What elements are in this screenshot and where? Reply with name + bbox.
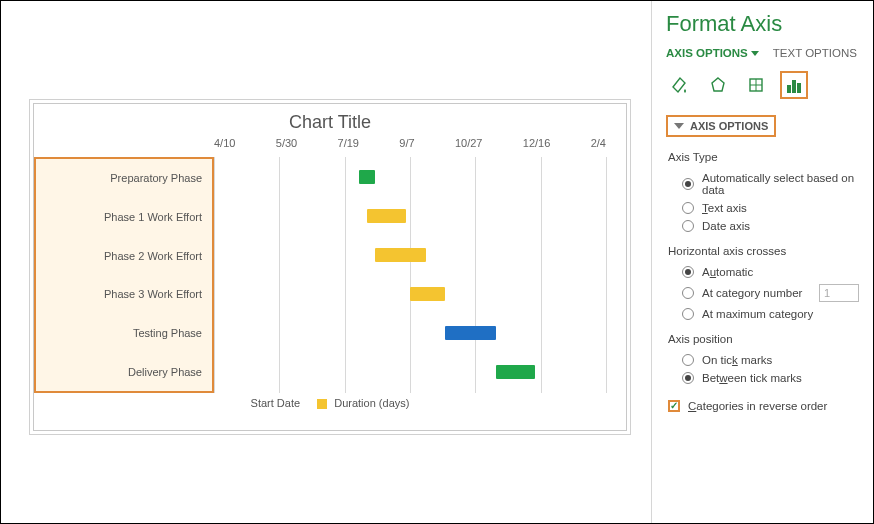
checkbox-icon xyxy=(668,400,680,412)
crosses-group: Horizontal axis crosses Automatic At cat… xyxy=(666,245,859,323)
x-tick: 7/19 xyxy=(338,137,359,157)
legend-swatch-icon xyxy=(317,399,327,409)
fill-line-icon[interactable] xyxy=(666,71,694,99)
dropdown-icon[interactable] xyxy=(751,51,759,56)
group-label: Axis Type xyxy=(668,151,859,163)
radio-icon xyxy=(682,287,694,299)
plot-area[interactable]: Preparatory Phase Phase 1 Work Effort Ph… xyxy=(34,157,606,393)
radio-icon xyxy=(682,178,694,190)
data-bar[interactable] xyxy=(367,209,406,223)
data-bar[interactable] xyxy=(359,170,375,184)
data-bar[interactable] xyxy=(410,287,445,301)
pane-tabs: AXIS OPTIONS TEXT OPTIONS xyxy=(666,47,859,59)
category-label: Preparatory Phase xyxy=(36,159,212,198)
radio-icon xyxy=(682,354,694,366)
axis-options-section-toggle[interactable]: AXIS OPTIONS xyxy=(666,115,776,137)
legend-item-label: Start Date xyxy=(251,397,301,409)
radio-icon xyxy=(682,266,694,278)
chart-object[interactable]: Chart Title 4/10 5/30 7/19 9/7 10/27 12/… xyxy=(33,103,627,431)
format-axis-pane: Format Axis AXIS OPTIONS TEXT OPTIONS AX… xyxy=(651,1,873,524)
data-bar[interactable] xyxy=(375,248,426,262)
x-tick: 10/27 xyxy=(455,137,483,157)
category-label: Delivery Phase xyxy=(36,352,212,391)
effects-icon[interactable] xyxy=(704,71,732,99)
x-tick: 9/7 xyxy=(399,137,414,157)
axis-options-icon[interactable] xyxy=(780,71,808,99)
svg-rect-3 xyxy=(792,80,796,93)
chart-title[interactable]: Chart Title xyxy=(34,104,626,137)
legend-item-label: Duration (days) xyxy=(334,397,409,409)
category-number-input[interactable] xyxy=(819,284,859,302)
radio-icon xyxy=(682,308,694,320)
radio-auto-select[interactable]: Automatically select based on data xyxy=(666,169,859,199)
radio-crosses-category[interactable]: At category number xyxy=(666,281,859,305)
category-label: Phase 2 Work Effort xyxy=(36,236,212,275)
x-tick: 4/10 xyxy=(214,137,235,157)
x-tick: 2/4 xyxy=(591,137,606,157)
radio-crosses-auto[interactable]: Automatic xyxy=(666,263,859,281)
group-label: Axis position xyxy=(668,333,859,345)
tab-text-options[interactable]: TEXT OPTIONS xyxy=(773,47,857,59)
radio-text-axis[interactable]: Text axis xyxy=(666,199,859,217)
grid-area xyxy=(214,157,606,393)
svg-rect-2 xyxy=(787,85,791,93)
category-label: Phase 1 Work Effort xyxy=(36,198,212,237)
size-properties-icon[interactable] xyxy=(742,71,770,99)
pane-title: Format Axis xyxy=(666,11,859,37)
axis-type-group: Axis Type Automatically select based on … xyxy=(666,151,859,235)
radio-icon xyxy=(682,372,694,384)
x-tick: 12/16 xyxy=(523,137,551,157)
category-label: Phase 3 Work Effort xyxy=(36,275,212,314)
x-axis-ticks: 4/10 5/30 7/19 9/7 10/27 12/16 2/4 xyxy=(34,137,626,157)
svg-rect-4 xyxy=(797,83,801,93)
pane-icon-row xyxy=(666,71,859,99)
data-bar[interactable] xyxy=(496,365,535,379)
chart-legend[interactable]: Start Date Duration (days) xyxy=(34,393,626,413)
radio-date-axis[interactable]: Date axis xyxy=(666,217,859,235)
chart-outer-frame[interactable]: Chart Title 4/10 5/30 7/19 9/7 10/27 12/… xyxy=(29,99,631,435)
radio-crosses-max[interactable]: At maximum category xyxy=(666,305,859,323)
radio-icon xyxy=(682,202,694,214)
collapse-icon xyxy=(674,123,684,129)
axis-position-group: Axis position On tick marks Between tick… xyxy=(666,333,859,387)
category-axis-selected[interactable]: Preparatory Phase Phase 1 Work Effort Ph… xyxy=(34,157,214,393)
tab-axis-options[interactable]: AXIS OPTIONS xyxy=(666,47,759,59)
data-bar[interactable] xyxy=(445,326,496,340)
category-label: Testing Phase xyxy=(36,314,212,353)
radio-on-tick[interactable]: On tick marks xyxy=(666,351,859,369)
group-label: Horizontal axis crosses xyxy=(668,245,859,257)
checkbox-reverse-order[interactable]: Categories in reverse order xyxy=(666,397,859,415)
svg-marker-0 xyxy=(712,78,724,91)
radio-icon xyxy=(682,220,694,232)
radio-between-tick[interactable]: Between tick marks xyxy=(666,369,859,387)
x-tick: 5/30 xyxy=(276,137,297,157)
